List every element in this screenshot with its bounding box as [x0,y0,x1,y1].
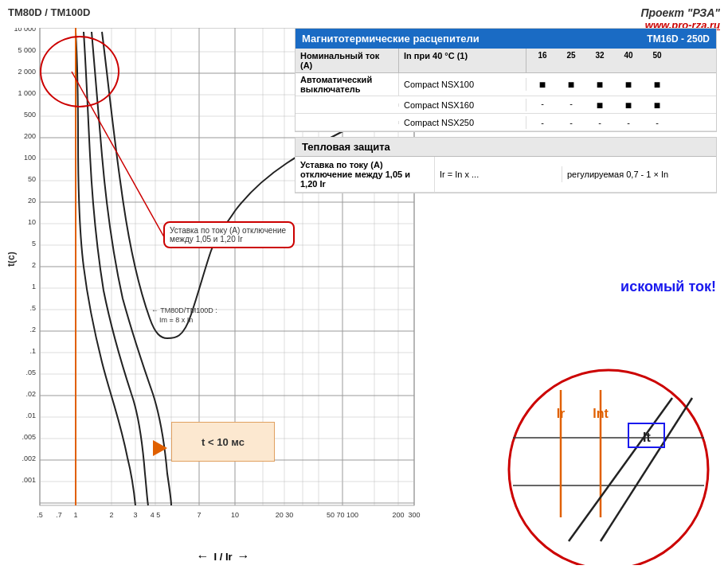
val-nsx250-25: - [560,118,582,127]
val-nsx160-32: ■ [589,99,611,111]
val-nsx100-50: ■ [646,78,668,91]
svg-text:1: 1 [73,511,77,519]
tms-label: t < 10 мс [202,436,245,448]
row-product-nsx160: Compact NSX160 [399,99,526,111]
svg-text:.001: .001 [22,476,36,484]
svg-text:2: 2 [109,511,113,519]
table-title: Магнитотермические расцепители [302,33,647,45]
svg-text:2: 2 [32,261,36,269]
svg-text:300: 300 [408,511,420,519]
x-axis-label-row: ← I / Ir → [8,549,438,563]
arrow-right-icon [153,440,167,456]
val-nsx250-32: - [589,118,611,127]
svg-text:4 5: 4 5 [151,511,161,519]
iskomyy-label: искомый ток! [620,279,716,295]
axis-label-x: I / Ir [213,551,232,563]
annotation-box: Уставка по току (А) отключение между 1,0… [163,221,295,248]
thermal-label: Уставка по току (А) отключение между 1,0… [296,157,435,192]
row-vals-nsx160: - - ■ ■ ■ [526,97,716,113]
val-25: 25 [560,51,582,70]
val-nsx160-25: - [560,99,582,111]
val-nsx100-32: ■ [589,78,611,91]
svg-text:50: 50 [28,175,36,183]
svg-text:2 000: 2 000 [18,68,36,76]
val-nsx250-50: - [646,118,668,127]
svg-text:10: 10 [231,511,239,519]
axis-right-arrow: → [237,549,250,563]
svg-text:.2: .2 [29,326,36,333]
table-code: TM16D - 250D [647,33,710,45]
svg-text:Ir: Ir [557,407,566,420]
val-nsx250-40: - [617,118,640,127]
val-16: 16 [531,51,554,70]
val-nsx160-40: ■ [617,99,640,111]
thermal-row: Уставка по току (А) отключение между 1,0… [296,157,716,193]
val-nsx100-16: ■ [531,78,554,91]
row-product-nsx250: Compact NSX250 [399,116,526,129]
table-subheader: Номинальный ток (А) In при 40 °C (1) 16 … [296,49,716,73]
annotation-text: Уставка по току (А) отключение между 1,0… [170,226,286,244]
svg-text:3: 3 [133,511,137,519]
svg-text:Im = 8 x In: Im = 8 x In [159,316,193,324]
table-row: Compact NSX250 - - - - - [296,114,716,131]
svg-text:7: 7 [197,511,201,519]
val-nsx100-25: ■ [560,78,582,91]
svg-text:t(c): t(c) [8,252,17,267]
svg-text:.01: .01 [25,411,36,419]
table-row: Автоматический выключатель Compact NSX10… [296,73,716,96]
row-label-breaker: Автоматический выключатель [296,73,399,96]
thermal-value: Ir = In x ... [435,166,562,182]
col-header-name: Номинальный ток (А) [296,49,399,72]
svg-text:50  70  100: 50 70 100 [327,511,358,519]
row-label-empty [296,103,399,107]
svg-text:.5: .5 [29,304,36,312]
svg-text:500: 500 [24,111,36,119]
thermal-header: Тепловая защита [296,138,716,157]
svg-text:.005: .005 [22,433,36,441]
row-vals-nsx100: ■ ■ ■ ■ ■ [526,76,716,92]
svg-text:It: It [643,431,651,444]
val-40: 40 [617,51,640,70]
val-nsx250-16: - [531,118,554,127]
thermal-section: Тепловая защита Уставка по току (А) откл… [295,137,717,193]
svg-text:200: 200 [24,132,36,140]
table-header: Магнитотермические расцепители TM16D - 2… [296,29,716,49]
svg-text:.5: .5 [37,511,43,519]
project-name: Проект "РЗА" [640,6,720,19]
tms-box: t < 10 мс [171,422,275,462]
svg-text:5 000: 5 000 [18,46,36,54]
circle-diagram: Ir Int It [497,358,720,565]
svg-text:.05: .05 [25,368,36,376]
table-row: Compact NSX160 - - ■ ■ ■ [296,96,716,114]
col-header-in: In при 40 °C (1) [399,49,526,72]
row-label-empty2 [296,121,399,124]
svg-text:Int: Int [593,407,609,420]
svg-text:.002: .002 [22,454,36,462]
val-50: 50 [646,51,668,70]
svg-text:.02: .02 [25,390,36,398]
svg-text:.7: .7 [56,511,62,519]
val-nsx160-50: ■ [646,99,668,111]
val-32: 32 [589,51,611,70]
top-red-circle [40,36,119,107]
thermal-setting: регулируемая 0,7 - 1 × In [562,166,716,182]
svg-text:200: 200 [392,511,404,519]
table-panel: Магнитотермические расцепители TM16D - 2… [295,28,717,193]
svg-text:20: 20 [28,197,36,205]
col-header-values: 16 25 32 40 50 [526,49,716,72]
svg-text:1: 1 [32,283,36,290]
val-nsx160-16: - [531,99,554,111]
row-product-nsx100: Compact NSX100 [399,78,526,91]
svg-point-78 [509,370,708,565]
svg-text:5: 5 [32,240,36,248]
row-vals-nsx250: - - - - - [526,116,716,129]
val-nsx100-40: ■ [617,78,640,91]
svg-text:.1: .1 [29,347,36,355]
svg-text:10: 10 [28,218,36,226]
page-title: TM80D / TM100D [8,6,90,18]
product-table: Магнитотермические расцепители TM16D - 2… [295,28,717,132]
svg-text:20  30: 20 30 [276,511,294,519]
svg-text:100: 100 [24,154,36,162]
svg-text:10 000: 10 000 [14,28,36,33]
svg-text:1 000: 1 000 [18,89,36,97]
